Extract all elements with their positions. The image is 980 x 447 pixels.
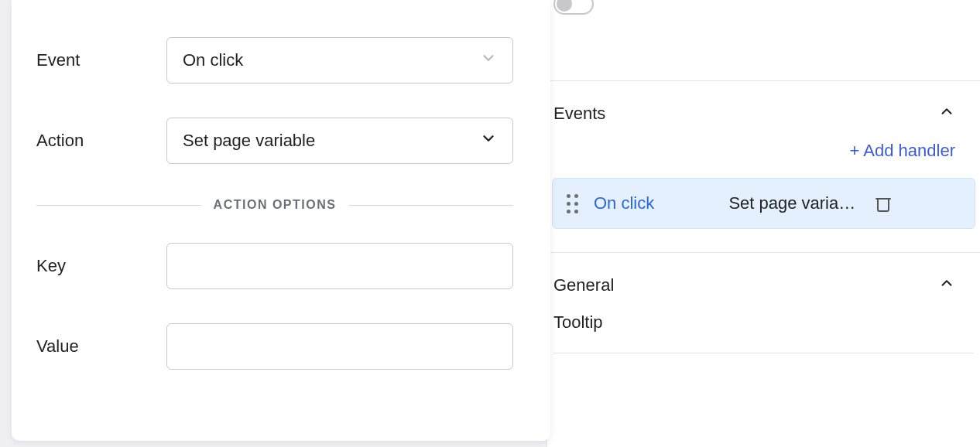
divider-label: ACTION OPTIONS [214, 198, 337, 212]
general-body: Tooltip [547, 312, 980, 367]
events-section: Events + Add handler On click Set page v… [547, 80, 980, 229]
chevron-up-icon [938, 103, 955, 124]
value-label: Value [36, 336, 166, 357]
right-sidebar: Events + Add handler On click Set page v… [547, 0, 980, 447]
divider-line [348, 205, 513, 206]
event-select-wrap: On click [166, 37, 513, 84]
drag-handle-icon[interactable] [567, 194, 578, 213]
delete-handler-button[interactable] [871, 191, 896, 216]
event-select[interactable]: On click [166, 37, 513, 84]
event-handler-item[interactable]: On click Set page varia… [552, 178, 975, 229]
toggle-row [547, 0, 980, 17]
event-select-value: On click [183, 50, 243, 70]
action-label: Action [36, 131, 166, 151]
key-input-wrap [166, 243, 513, 289]
value-input[interactable] [166, 323, 513, 370]
action-select[interactable]: Set page variable [166, 118, 513, 164]
action-select-value: Set page variable [183, 131, 315, 151]
value-input-wrap [166, 323, 513, 370]
action-options-divider: ACTION OPTIONS [36, 198, 513, 212]
tooltip-label: Tooltip [553, 312, 974, 333]
key-input[interactable] [166, 243, 513, 289]
trash-icon [874, 194, 893, 213]
chevron-down-icon [480, 130, 497, 152]
action-select-wrap: Set page variable [166, 118, 513, 164]
event-row: Event On click [36, 37, 513, 84]
toggle-knob [557, 0, 572, 12]
events-section-title: Events [553, 104, 605, 124]
general-section-title: General [553, 275, 614, 295]
event-handler-name: On click [594, 193, 654, 213]
add-handler-row: + Add handler [547, 141, 980, 178]
event-editor-panel: Event On click Action Set page variable … [12, 0, 550, 441]
chevron-down-icon [480, 49, 497, 71]
add-handler-button[interactable]: + Add handler [850, 141, 955, 161]
toggle-switch[interactable] [553, 0, 594, 15]
divider [553, 353, 974, 353]
divider-line [36, 205, 201, 206]
key-label: Key [36, 256, 166, 276]
value-row: Value [36, 323, 513, 370]
event-label: Event [36, 50, 166, 70]
chevron-up-icon [938, 275, 955, 295]
general-section-header[interactable]: General [547, 253, 980, 312]
key-row: Key [36, 243, 513, 289]
events-section-header[interactable]: Events [547, 81, 980, 141]
event-handler-action: Set page varia… [685, 193, 855, 213]
general-section: General Tooltip [547, 252, 980, 367]
action-row: Action Set page variable [36, 118, 513, 164]
